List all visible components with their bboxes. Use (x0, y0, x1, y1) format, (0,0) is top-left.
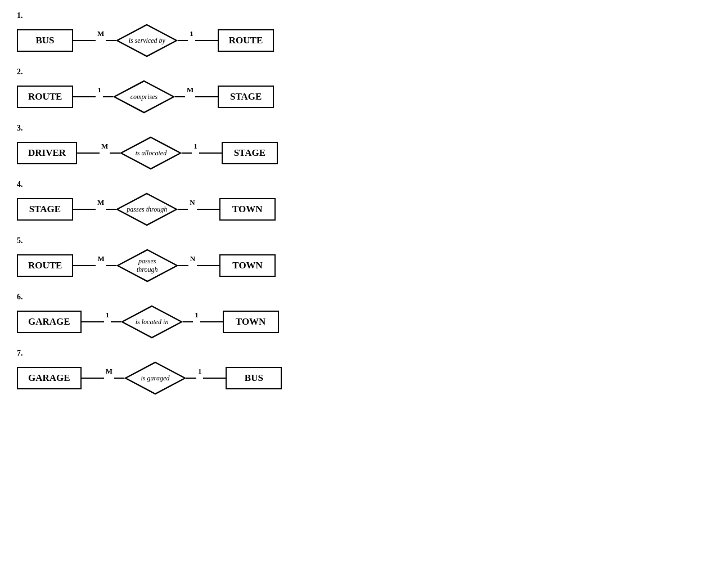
line-post-3 (182, 152, 192, 154)
er-row-3: DRIVERMis allocated1STAGE (17, 136, 708, 170)
right-entity-4: TOWN (219, 198, 276, 221)
right-entity-2: STAGE (218, 86, 274, 108)
left-cardinality-4: M (97, 198, 104, 207)
section-number-2: 2. (17, 68, 708, 77)
section-number-7: 7. (17, 349, 708, 358)
line-post-1 (178, 40, 188, 42)
line-right-5 (197, 265, 219, 267)
right-cardinality-1: 1 (190, 29, 193, 38)
line-pre-5 (106, 265, 116, 267)
right-entity-1: ROUTE (218, 29, 274, 52)
left-cardinality-7: M (106, 367, 112, 376)
line-post-2 (175, 96, 185, 98)
left-entity-3: DRIVER (17, 142, 77, 164)
line-left-7 (82, 378, 104, 379)
left-cardinality-1: M (97, 29, 104, 38)
right-cardinality-7: 1 (198, 367, 202, 376)
diamond-3: is allocated (120, 136, 182, 170)
section-1: 1.BUSMis serviced by1ROUTE (17, 11, 708, 57)
er-row-5: ROUTEMpasses throughNTOWN (17, 249, 708, 282)
right-cardinality-3: 1 (193, 142, 197, 151)
right-cardinality-5: N (190, 254, 195, 263)
relationship-label-7: is garaged (141, 374, 169, 383)
diamond-7: is garaged (124, 361, 186, 395)
er-row-6: GARAGE1is located in1TOWN (17, 305, 708, 339)
right-entity-5: TOWN (219, 254, 276, 277)
section-7: 7.GARAGEMis garaged1BUS (17, 349, 708, 395)
section-number-4: 4. (17, 180, 708, 189)
relationship-label-6: is located in (136, 318, 169, 326)
line-right-1 (195, 40, 218, 42)
line-left-3 (77, 152, 100, 154)
section-5: 5.ROUTEMpasses throughNTOWN (17, 236, 708, 282)
line-left-1 (73, 40, 96, 42)
diamond-2: comprises (113, 80, 175, 114)
line-right-6 (200, 321, 223, 323)
er-row-7: GARAGEMis garaged1BUS (17, 361, 708, 395)
diamond-6: is located in (121, 305, 183, 339)
line-pre-3 (110, 152, 120, 154)
right-entity-3: STAGE (222, 142, 278, 164)
section-number-1: 1. (17, 11, 708, 20)
line-right-3 (199, 152, 222, 154)
er-row-4: STAGEMpasses throughNTOWN (17, 192, 708, 226)
line-post-4 (178, 209, 188, 210)
section-number-3: 3. (17, 124, 708, 133)
right-entity-7: BUS (226, 367, 282, 389)
line-right-4 (197, 209, 219, 210)
er-row-1: BUSMis serviced by1ROUTE (17, 24, 708, 57)
right-cardinality-4: N (190, 198, 195, 207)
line-post-7 (186, 378, 196, 379)
line-post-5 (178, 265, 188, 267)
section-2: 2.ROUTE1comprisesMSTAGE (17, 68, 708, 114)
line-left-2 (73, 96, 96, 98)
line-right-2 (195, 96, 218, 98)
relationship-label-3: is allocated (136, 149, 167, 158)
left-entity-5: ROUTE (17, 254, 73, 277)
left-cardinality-2: 1 (97, 86, 101, 95)
diamond-1: is serviced by (116, 24, 178, 57)
section-number-6: 6. (17, 293, 708, 302)
main-container: 1.BUSMis serviced by1ROUTE2.ROUTE1compri… (0, 0, 725, 416)
relationship-label-4: passes through (127, 205, 167, 214)
er-row-2: ROUTE1comprisesMSTAGE (17, 80, 708, 114)
section-3: 3.DRIVERMis allocated1STAGE (17, 124, 708, 170)
relationship-label-2: comprises (130, 93, 158, 101)
left-entity-4: STAGE (17, 198, 73, 221)
relationship-label-5: passes through (137, 257, 158, 274)
diamond-4: passes through (116, 192, 178, 226)
section-6: 6.GARAGE1is located in1TOWN (17, 293, 708, 339)
right-entity-6: TOWN (223, 311, 279, 333)
relationship-label-1: is serviced by (129, 37, 165, 45)
line-pre-1 (106, 40, 116, 42)
line-pre-7 (114, 378, 124, 379)
left-entity-1: BUS (17, 29, 73, 52)
line-left-6 (82, 321, 104, 323)
left-entity-7: GARAGE (17, 367, 82, 389)
line-pre-2 (103, 96, 113, 98)
line-left-5 (73, 265, 96, 267)
left-cardinality-3: M (101, 142, 108, 151)
left-entity-6: GARAGE (17, 311, 82, 333)
right-cardinality-2: M (187, 86, 193, 95)
right-cardinality-6: 1 (195, 311, 199, 320)
left-entity-2: ROUTE (17, 86, 73, 108)
line-pre-4 (106, 209, 116, 210)
diamond-5: passes through (116, 249, 178, 282)
line-right-7 (203, 378, 226, 379)
section-4: 4.STAGEMpasses throughNTOWN (17, 180, 708, 226)
left-cardinality-6: 1 (106, 311, 110, 320)
line-post-6 (183, 321, 193, 323)
left-cardinality-5: M (97, 254, 104, 263)
line-pre-6 (111, 321, 121, 323)
line-left-4 (73, 209, 96, 210)
section-number-5: 5. (17, 236, 708, 245)
